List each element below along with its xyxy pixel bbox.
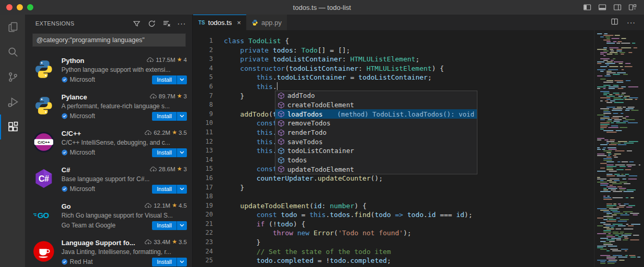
split-editor-icon[interactable]	[611, 18, 618, 28]
code-line[interactable]: 25 todo.completed = !todo.completed;	[193, 256, 594, 265]
star-icon: ★	[177, 56, 182, 63]
code-line[interactable]: 18	[193, 192, 594, 201]
line-number: 3	[193, 55, 213, 64]
suggest-item-addTodo[interactable]: addTodo	[275, 91, 477, 100]
install-dropdown-button[interactable]	[176, 221, 187, 230]
install-button-label[interactable]: Install	[152, 221, 176, 230]
code-line[interactable]: 21 if (!todo) {	[193, 220, 594, 229]
extension-item-pylance[interactable]: Pylance89.7M★3A performant, feature-rich…	[25, 87, 192, 124]
code-line[interactable]: 6 this.	[193, 82, 594, 92]
code-line-text: if (!todo) {	[224, 220, 306, 229]
clear-search-results-icon[interactable]	[161, 18, 172, 29]
install-button-label[interactable]: Install	[152, 148, 176, 157]
download-count: 33.4M	[154, 239, 170, 245]
code-line-text: updateTodoElement(id: number) {	[224, 201, 367, 211]
toggle-panel-icon[interactable]	[598, 3, 607, 11]
extensions-search-box	[32, 33, 186, 47]
maximize-window-button[interactable]	[27, 4, 33, 10]
download-count: 12.1M	[154, 202, 170, 209]
code-line[interactable]: 19 updateTodoElement(id: number) {	[193, 201, 594, 211]
toggle-sidebar-icon[interactable]	[583, 3, 591, 11]
symbol-method-icon	[277, 166, 287, 173]
toggle-secondary-sidebar-icon[interactable]	[613, 3, 622, 11]
line-number: 2	[193, 46, 213, 55]
install-button-label[interactable]: Install	[152, 112, 176, 121]
code-line[interactable]: 5 this.todoListContainer = todoListConta…	[193, 73, 594, 82]
tab-todos-ts[interactable]: TS todos.ts ×	[193, 15, 246, 30]
extension-stats: 12.1M★4.5	[145, 202, 187, 209]
sidebar-item-explorer[interactable]	[0, 15, 25, 40]
extension-description: Rich Go language support for Visual S...	[61, 212, 187, 219]
close-tab-icon[interactable]: ×	[237, 19, 241, 27]
extension-item-go[interactable]: GOGo12.1M★4.5Rich Go language support fo…	[25, 197, 192, 233]
suggest-item-loadTodos[interactable]: loadTodos(method) TodoList.loadTodos(): …	[275, 109, 477, 119]
suggest-item-label: todoListContainer	[287, 147, 354, 155]
code-line[interactable]: 16 counterUpdater.updateCounter();	[193, 174, 594, 183]
install-button[interactable]: Install	[152, 148, 187, 157]
code-line[interactable]: 22 throw new Error('Todo not found');	[193, 228, 594, 238]
suggest-item-createTodoElement[interactable]: createTodoElement	[275, 100, 477, 110]
tab-bar: TS todos.ts × app.py ···	[193, 15, 644, 30]
install-dropdown-button[interactable]	[176, 258, 187, 266]
sidebar-item-extensions[interactable]	[0, 115, 25, 139]
refresh-icon[interactable]	[146, 18, 157, 29]
sidebar-item-run-debug[interactable]	[0, 90, 25, 115]
typescript-file-icon: TS	[198, 20, 205, 26]
download-count-icon	[145, 202, 152, 209]
suggest-item-updateTodoElement[interactable]: updateTodoElement	[275, 165, 477, 174]
customize-layout-icon[interactable]	[628, 3, 637, 11]
suggest-item-label: todos	[287, 156, 307, 164]
extensions-search-input[interactable]	[33, 36, 185, 44]
install-button[interactable]: Install	[152, 185, 187, 194]
more-actions-icon[interactable]: ···	[176, 18, 187, 29]
install-button-label[interactable]: Install	[152, 75, 176, 84]
install-button-label[interactable]: Install	[152, 258, 176, 266]
install-button[interactable]: Install	[152, 75, 187, 84]
sidebar-item-source-control[interactable]	[0, 65, 25, 90]
code-line[interactable]: 2 private todos: Todo[] = [];	[193, 46, 594, 55]
suggest-item-todoListContainer[interactable]: todoListContainer	[275, 146, 477, 156]
tab-app-py[interactable]: app.py	[246, 15, 287, 30]
install-dropdown-button[interactable]	[176, 112, 187, 121]
suggest-item-removeTodos[interactable]: removeTodos	[275, 119, 477, 128]
suggest-item-todos[interactable]: todos	[275, 156, 477, 165]
minimize-window-button[interactable]	[17, 4, 23, 10]
python-extension-icon	[32, 94, 56, 118]
svg-text:C#: C#	[39, 174, 49, 183]
line-number: 11	[193, 128, 213, 137]
code-line[interactable]: 24 // Set the state of the todo item	[193, 247, 594, 257]
java-extension-icon	[32, 239, 56, 263]
sidebar-item-search[interactable]	[0, 40, 25, 65]
line-number: 25	[193, 256, 213, 265]
filter-icon[interactable]	[131, 18, 142, 29]
install-button[interactable]: Install	[152, 112, 187, 121]
code-line[interactable]: 17 }	[193, 183, 594, 193]
extension-item-java[interactable]: Language Support fo...33.4M★3.5Java Lint…	[25, 233, 192, 267]
code-line-text: constructor(todoListContainer: HTMLUList…	[224, 64, 444, 73]
install-dropdown-button[interactable]	[176, 148, 187, 157]
close-window-button[interactable]	[6, 4, 12, 10]
extension-name: Python	[61, 57, 147, 65]
extension-item-csharp[interactable]: C#C#28.6M★3Base language support for C#.…	[25, 160, 192, 197]
code-line[interactable]: 23 }	[193, 238, 594, 247]
extension-publisher: Microsoft	[61, 185, 152, 193]
code-line-text: const	[224, 119, 277, 128]
download-count-icon	[147, 57, 154, 63]
editor-more-actions-icon[interactable]: ···	[627, 18, 636, 27]
code-line[interactable]: 20 const todo = this.todos.find(todo => …	[193, 210, 594, 220]
install-button[interactable]: Install	[152, 258, 187, 266]
code-line[interactable]: 3 private todoListContainer: HTMLUListEl…	[193, 55, 594, 64]
suggest-item-saveTodos[interactable]: saveTodos	[275, 137, 477, 146]
extension-item-python[interactable]: Python117.5M★4Python language support wi…	[25, 51, 192, 87]
code-line[interactable]: 1class TodoList {	[193, 36, 594, 46]
install-button-label[interactable]: Install	[152, 185, 176, 194]
rating-value: 3.5	[179, 130, 187, 136]
extension-item-cpp[interactable]: C/C++C/C++62.2M★3.5C/C++ IntelliSense, d…	[25, 124, 192, 160]
suggest-item-renderTodo[interactable]: renderTodo	[275, 128, 477, 137]
install-button[interactable]: Install	[152, 221, 187, 230]
install-dropdown-button[interactable]	[176, 185, 187, 194]
code-line[interactable]: 4 constructor(todoListContainer: HTMLULi…	[193, 64, 594, 73]
install-dropdown-button[interactable]	[176, 75, 187, 84]
minimap[interactable]	[594, 30, 644, 267]
line-number: 8	[193, 100, 213, 110]
